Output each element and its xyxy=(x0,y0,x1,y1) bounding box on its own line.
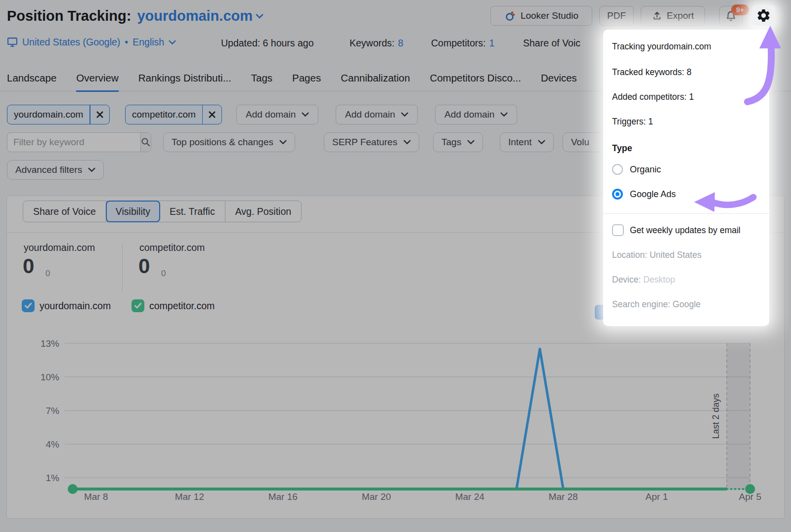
tracked-keywords-line: Tracked keywords: 8 xyxy=(612,67,692,78)
radio-icon xyxy=(612,189,623,200)
triggers-line: Triggers: 1 xyxy=(612,117,653,127)
search-engine-disabled-line: Search engine: Google xyxy=(612,299,701,310)
device-value: Desktop xyxy=(643,275,675,285)
checkbox-icon xyxy=(612,224,624,236)
location-disabled-line: Location: United States xyxy=(612,250,702,260)
panel-divider xyxy=(603,213,769,214)
radio-google-ads[interactable]: Google Ads xyxy=(612,189,676,200)
device-disabled-line: Device: Desktop xyxy=(612,275,675,285)
added-competitors-line: Added competitors: 1 xyxy=(612,92,694,102)
weekly-email-checkbox-row[interactable]: Get weekly updates by email xyxy=(612,224,741,236)
radio-organic[interactable]: Organic xyxy=(612,164,661,175)
radio-icon xyxy=(612,164,623,175)
settings-dropdown: Tracking yourdomain.com Tracked keywords… xyxy=(603,30,769,326)
settings-gear-button[interactable] xyxy=(752,5,775,26)
type-section-label: Type xyxy=(612,143,632,154)
gear-icon xyxy=(756,8,771,23)
tracking-domain-line: Tracking yourdomain.com xyxy=(612,41,711,52)
